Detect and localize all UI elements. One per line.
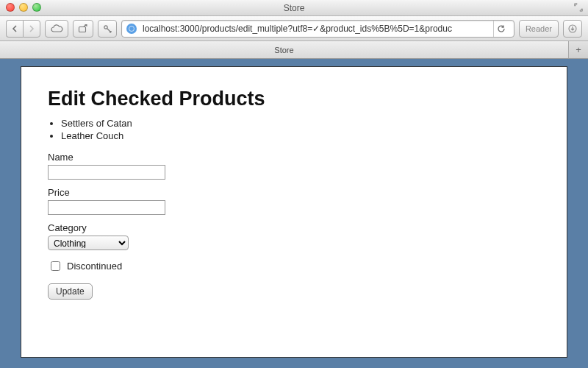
inspector-button[interactable] xyxy=(98,20,117,38)
name-label: Name xyxy=(48,152,540,163)
field-discontinued: Discontinued xyxy=(48,259,540,273)
window-traffic-lights xyxy=(6,3,41,12)
window-title: Store xyxy=(284,3,305,13)
tab-store[interactable]: Store xyxy=(0,41,569,58)
category-label: Category xyxy=(48,222,540,233)
nav-back-forward xyxy=(6,20,40,38)
name-input[interactable] xyxy=(48,165,165,180)
category-select[interactable]: Clothing xyxy=(48,236,129,250)
back-button[interactable] xyxy=(6,20,23,38)
field-price: Price xyxy=(48,187,540,215)
cloud-icon xyxy=(50,24,63,33)
reload-icon xyxy=(497,24,506,33)
svg-rect-0 xyxy=(79,26,86,32)
chevron-left-icon xyxy=(11,25,18,32)
product-list: Settlers of Catan Leather Couch xyxy=(61,118,540,141)
chevron-right-icon xyxy=(28,25,35,32)
page-heading: Edit Checked Products xyxy=(48,88,540,110)
url-input[interactable] xyxy=(141,23,489,35)
discontinued-label: Discontinued xyxy=(67,261,122,272)
address-bar[interactable] xyxy=(121,20,514,38)
price-input[interactable] xyxy=(48,200,165,215)
downloads-button[interactable] xyxy=(563,20,582,38)
reload-button[interactable] xyxy=(493,20,509,38)
field-category: Category Clothing xyxy=(48,222,540,250)
share-button[interactable] xyxy=(73,20,93,38)
list-item: Leather Couch xyxy=(61,130,540,141)
favicon-icon xyxy=(126,24,137,34)
tab-title: Store xyxy=(274,46,293,54)
update-button[interactable]: Update xyxy=(48,283,93,300)
new-tab-button[interactable]: + xyxy=(569,41,588,58)
zoom-icon[interactable] xyxy=(32,3,41,12)
tab-bar: Store + xyxy=(0,41,588,59)
reader-label: Reader xyxy=(526,24,552,33)
close-icon[interactable] xyxy=(6,3,15,12)
key-icon xyxy=(103,24,112,33)
expand-icon xyxy=(573,2,584,13)
viewport: Edit Checked Products Settlers of Catan … xyxy=(0,59,588,368)
download-icon xyxy=(568,24,577,33)
list-item: Settlers of Catan xyxy=(61,118,540,129)
window-titlebar: Store xyxy=(0,0,588,16)
forward-button[interactable] xyxy=(23,20,40,38)
plus-icon: + xyxy=(576,44,581,55)
page-content: Edit Checked Products Settlers of Catan … xyxy=(21,66,567,358)
discontinued-checkbox[interactable] xyxy=(51,261,60,271)
icloud-button[interactable] xyxy=(45,20,68,38)
price-label: Price xyxy=(48,187,540,198)
reader-button[interactable]: Reader xyxy=(519,20,559,38)
minimize-icon[interactable] xyxy=(19,3,28,12)
share-icon xyxy=(78,24,88,33)
browser-toolbar: Reader xyxy=(0,16,588,41)
field-name: Name xyxy=(48,152,540,180)
